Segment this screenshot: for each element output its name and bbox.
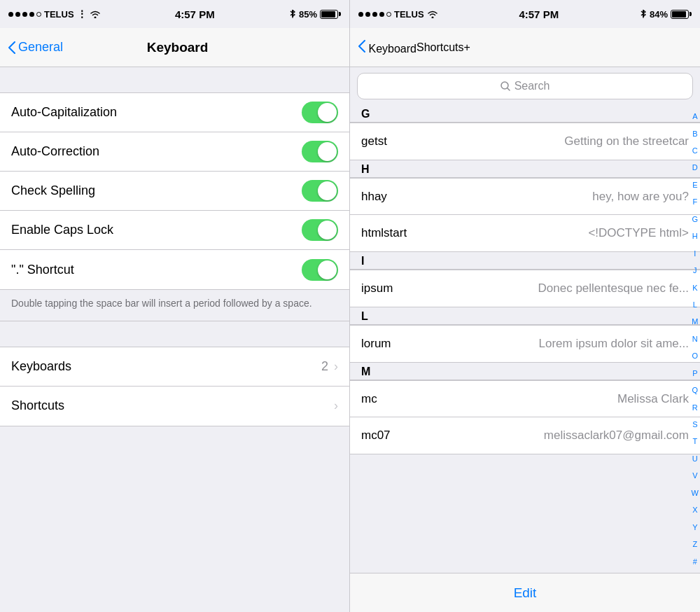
alpha-letter-I[interactable]: I [694,249,696,258]
shortcut-item[interactable]: mcMelissa Clark [350,381,700,417]
shortcut-key: ipsum [361,281,424,295]
dot2 [15,12,20,17]
check-spelling-label: Check Spelling [11,183,302,198]
auto-cap-item[interactable]: Auto-Capitalization [0,93,349,132]
alpha-letter-B[interactable]: B [692,130,697,138]
edit-button[interactable]: Edit [514,585,537,601]
auto-correct-toggle[interactable] [302,141,338,162]
dot-shortcut-item[interactable]: "." Shortcut [0,250,349,289]
right-status-bar: TELUS 4:57 PM 84% [350,0,700,28]
left-back-chevron-icon [8,41,15,54]
keyboards-value: 2 [321,359,328,374]
shortcuts-label: Shortcuts [11,398,334,413]
alpha-letter-T[interactable]: T [692,437,697,445]
left-battery-pct: 85% [299,9,317,20]
alpha-letter-E[interactable]: E [692,181,697,189]
enable-caps-toggle[interactable] [302,219,338,241]
alpha-letter-U[interactable]: U [692,454,698,463]
alpha-letter-Y[interactable]: Y [692,523,697,531]
alpha-letter-H[interactable]: H [692,232,698,240]
auto-correct-label: Auto-Correction [11,144,302,159]
right-nav-title: Shortcuts [416,41,464,54]
right-battery-pct: 84% [650,9,668,20]
alpha-letter-S[interactable]: S [692,420,697,429]
alpha-letter-D[interactable]: D [692,163,698,172]
alpha-letter-Z[interactable]: Z [692,540,697,548]
auto-cap-toggle[interactable] [302,102,338,123]
alpha-letter-K[interactable]: K [692,284,697,292]
bottom-gap [0,426,349,452]
shortcut-item[interactable]: htmlstart<!DOCTYPE html> [350,215,700,251]
alpha-letter-F[interactable]: F [692,197,697,206]
keyboards-item[interactable]: Keyboards 2 › [0,347,349,387]
shortcuts-chevron-icon: › [334,398,338,413]
left-carrier: TELUS [44,9,74,20]
shortcut-item[interactable]: lorumLorem ipsum dolor sit ame... [350,326,700,362]
section-header-G: G [350,105,700,123]
alpha-letter-P[interactable]: P [692,369,697,377]
shortcuts-group-G: getstGetting on the streetcar [350,123,700,160]
search-bar[interactable]: Search [357,73,693,99]
shortcut-item[interactable]: getstGetting on the streetcar [350,123,700,160]
bottom-settings-group: Keyboards 2 › Shortcuts › [0,347,349,426]
shortcut-key: getst [361,134,424,148]
right-back-button[interactable]: Keyboard [358,40,416,55]
left-back-button[interactable]: General [8,40,63,55]
dot-shortcut-toggle[interactable] [302,259,338,281]
check-spelling-toggle[interactable] [302,180,338,202]
alpha-letter-V[interactable]: V [692,471,697,480]
shortcut-value: Getting on the streetcar [424,134,689,148]
alpha-letter-#[interactable]: # [693,557,697,566]
right-nav-bar: Keyboard Shortcuts + [350,28,700,67]
alpha-letter-R[interactable]: R [692,403,698,412]
shortcuts-group-M: mcMelissa Clarkmc07melissaclark07@gmail.… [350,380,700,454]
section-header-L: L [350,307,700,325]
top-gap [0,67,349,92]
shortcuts-item[interactable]: Shortcuts › [0,387,349,426]
alpha-letter-Q[interactable]: Q [692,386,699,394]
shortcut-key: mc07 [361,429,424,443]
auto-correct-item[interactable]: Auto-Correction [0,132,349,172]
svg-line-3 [507,88,510,90]
alpha-letter-J[interactable]: J [693,266,697,274]
alpha-index[interactable]: ABCDEFGHIJKLMNOPQRSTUVWXYZ# [692,105,699,573]
dot3 [22,12,27,17]
right-right-status: 84% [640,9,692,20]
r-dot5 [386,12,391,17]
alpha-letter-L[interactable]: L [693,300,697,309]
signal-dots [8,12,41,17]
right-battery-icon [671,10,692,19]
alpha-letter-N[interactable]: N [692,335,698,343]
keyboards-chevron-icon: › [334,359,338,374]
add-shortcut-button[interactable]: + [464,41,470,54]
left-nav-bar: General Keyboard [0,28,349,67]
right-wifi-icon [427,10,438,18]
shortcuts-group-L: lorumLorem ipsum dolor sit ame... [350,325,700,363]
enable-caps-item[interactable]: Enable Caps Lock [0,211,349,250]
shortcut-item[interactable]: mc07melissaclark07@gmail.com [350,417,700,454]
alpha-letter-X[interactable]: X [692,506,697,514]
shortcuts-list: ABCDEFGHIJKLMNOPQRSTUVWXYZ# GgetstGettin… [350,105,700,573]
shortcut-value: <!DOCTYPE html> [424,226,689,240]
section-header-H: H [350,160,700,178]
auto-cap-label: Auto-Capitalization [11,105,302,120]
alpha-letter-G[interactable]: G [692,215,699,223]
dot5 [36,12,41,17]
left-panel: TELUS ⋮︎ 4:57 PM 85% [0,0,350,612]
alpha-letter-M[interactable]: M [692,317,698,326]
alpha-letter-O[interactable]: O [692,352,699,360]
toggles-group: Auto-Capitalization Auto-Correction Chec… [0,92,349,290]
right-bluetooth-icon [640,9,647,19]
alpha-letter-A[interactable]: A [692,112,697,120]
check-spelling-item[interactable]: Check Spelling [0,172,349,211]
shortcut-key: htmlstart [361,226,424,240]
alpha-letter-C[interactable]: C [692,146,698,155]
left-back-label: General [18,40,63,55]
shortcut-item[interactable]: ipsumDonec pellentesque nec fe... [350,270,700,307]
alpha-letter-W[interactable]: W [692,489,699,497]
left-wifi-icon [90,10,101,18]
right-time: 4:57 PM [519,8,559,20]
shortcut-item[interactable]: hhayhey, how are you? [350,179,700,215]
dot-shortcut-description: Double tapping the space bar will insert… [0,290,349,321]
enable-caps-label: Enable Caps Lock [11,223,302,237]
